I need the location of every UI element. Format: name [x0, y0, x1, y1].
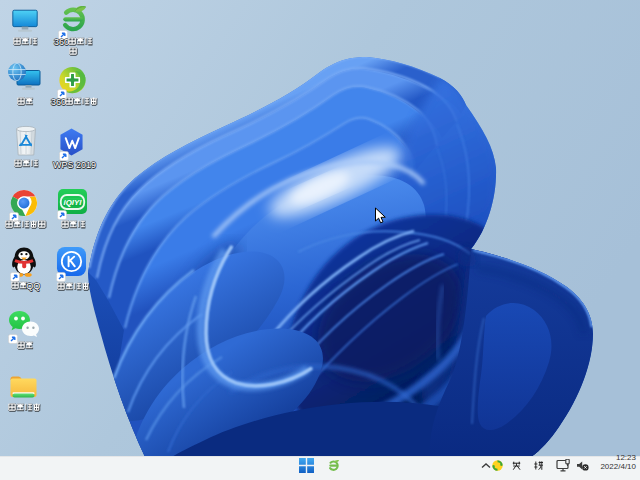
- svg-text:360: 360: [51, 97, 66, 107]
- svg-text:WPS 2019: WPS 2019: [53, 160, 96, 170]
